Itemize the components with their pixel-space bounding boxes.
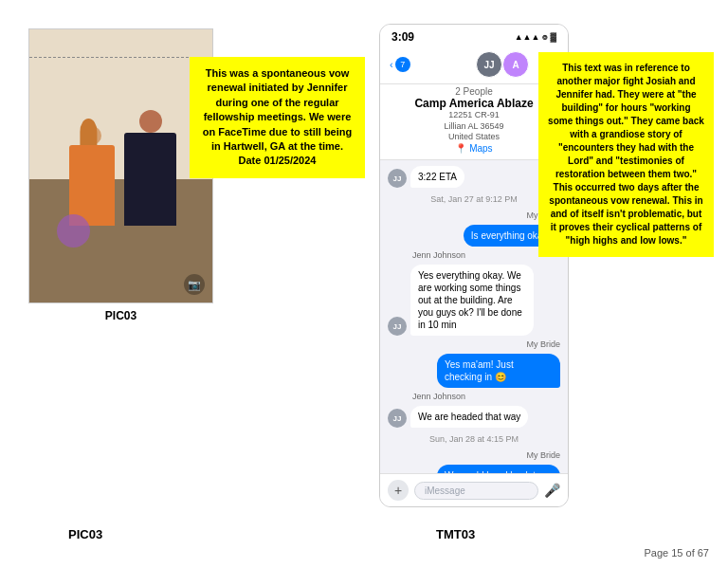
photo-frame: 📷	[28, 28, 213, 303]
figure-man-head	[139, 110, 162, 133]
back-badge: 7	[395, 57, 410, 72]
timestamp-1: Sat, Jan 27 at 9:12 PM	[388, 194, 560, 204]
sender-jenn-1: Jenn Johnson	[388, 250, 560, 260]
map-pin-icon: 📍	[455, 143, 466, 154]
sender-my-bride-1: My Bride	[388, 211, 560, 220]
msg-bubble-5: We could head back to OB and get hot dri…	[437, 465, 560, 473]
back-button[interactable]: ‹ 7	[390, 57, 410, 72]
group-name: Camp America Ablaze	[390, 97, 558, 110]
photo-section: 📷 PIC03	[28, 28, 213, 322]
mic-icon[interactable]: 🎤	[544, 483, 560, 498]
address-line1: 12251 CR-91	[390, 110, 558, 121]
sender-my-bride-2: My Bride	[388, 339, 560, 349]
message-row-3: Yes ma'am! Just checking in 😊	[388, 354, 560, 388]
input-bar: + iMessage 🎤	[380, 473, 568, 506]
address-line3: United States	[390, 132, 558, 143]
sender-jenn-2: Jenn Johnson	[388, 392, 560, 401]
maps-link[interactable]: 📍 Maps	[390, 143, 558, 154]
yellow-note-left-text: This was a spontaneous vow renewal initi…	[203, 67, 353, 166]
yellow-note-right: This text was in reference to another ma…	[538, 52, 714, 257]
msg-bubble-3: Yes ma'am! Just checking in 😊	[437, 354, 560, 388]
photo-caption: PIC03	[28, 309, 213, 322]
people-count: 2 People	[390, 86, 558, 97]
back-chevron-icon: ‹	[390, 59, 393, 70]
page-number: Page 15 of 67	[644, 547, 709, 559]
msg-bubble-4: We are headed that way	[410, 406, 528, 428]
figure-woman-hair	[81, 119, 98, 145]
photo-wall	[29, 29, 212, 179]
status-bar: 3:09 ▲▲▲ ⌾ ▓	[380, 25, 568, 47]
yellow-note-left: This was a spontaneous vow renewal initi…	[190, 57, 365, 178]
battery-icon: ▓	[550, 32, 556, 42]
msg-avatar-jj: JJ	[388, 169, 407, 188]
tmt03-label: TMT03	[436, 527, 475, 541]
msg-avatar-jenn1: JJ	[388, 317, 407, 336]
avatar-jj: JJ	[476, 51, 502, 78]
string-lights	[29, 57, 212, 59]
sender-my-bride-3: My Bride	[388, 450, 560, 460]
imessage-input[interactable]: iMessage	[414, 482, 538, 500]
status-time: 3:09	[391, 30, 414, 44]
msg-avatar-jenn2: JJ	[388, 409, 407, 428]
camera-icon: 📷	[184, 274, 205, 295]
message-row-4: JJ We are headed that way	[388, 406, 560, 428]
signal-icon: ▲▲▲	[515, 32, 540, 42]
message-row-1: Is everything okay?	[388, 225, 560, 247]
header-avatars: JJ A	[476, 51, 529, 78]
message-row-5: We could head back to OB and get hot dri…	[388, 465, 560, 473]
avatar-pink: A	[502, 51, 529, 78]
plus-button[interactable]: +	[388, 480, 409, 501]
message-row-time: JJ 3:22 ETA	[388, 166, 560, 188]
yellow-note-right-text: This text was in reference to another ma…	[548, 63, 704, 246]
figure-man	[124, 133, 176, 226]
timestamp-2: Sun, Jan 28 at 4:15 PM	[388, 434, 560, 444]
wifi-icon: ⌾	[542, 32, 547, 42]
message-row-2: JJ Yes everything okay. We are working s…	[388, 265, 560, 336]
msg-bubble-2: Yes everything okay. We are working some…	[410, 265, 534, 336]
status-icons: ▲▲▲ ⌾ ▓	[515, 32, 556, 42]
pic03-label: PIC03	[68, 527, 102, 541]
msg-time-eta: 3:22 ETA	[410, 166, 464, 188]
address-line2: Lillian AL 36549	[390, 121, 558, 133]
